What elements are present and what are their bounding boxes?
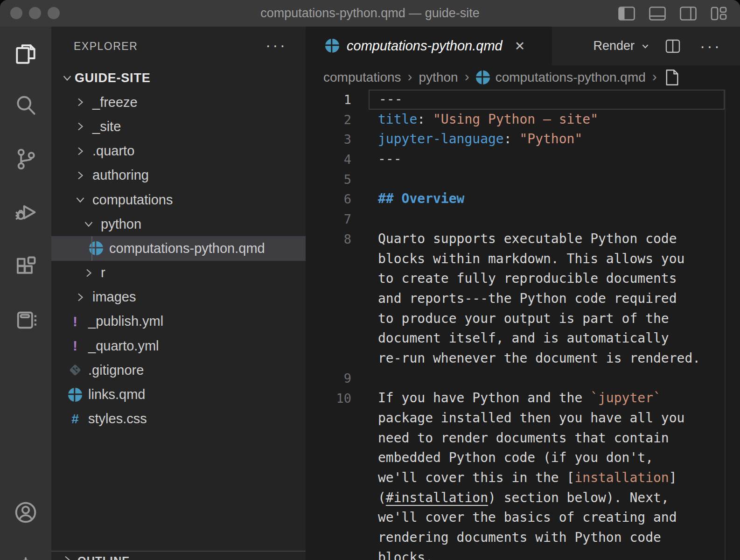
- settings-gear-icon[interactable]: [14, 556, 38, 560]
- code-line-9[interactable]: 9: [306, 369, 740, 389]
- tree-item-styles-css[interactable]: #styles.css: [51, 407, 306, 431]
- symbol-file-icon: [663, 69, 680, 86]
- account-icon[interactable]: [14, 500, 38, 525]
- tree-item-python[interactable]: python: [51, 212, 306, 236]
- tree-item-links-qmd[interactable]: links.qmd: [51, 382, 306, 406]
- code-line-wrap[interactable]: to create fully reproducible documents: [306, 269, 740, 289]
- code-line-2[interactable]: 2title: "Using Python – site": [306, 110, 740, 130]
- tree-item--gitignore[interactable]: .gitignore: [51, 358, 306, 382]
- split-editor-icon[interactable]: [664, 38, 681, 55]
- chevron-right-icon: [62, 554, 73, 560]
- toggle-panel-icon[interactable]: [649, 6, 666, 21]
- breadcrumb-python[interactable]: python: [419, 70, 458, 85]
- code-line-wrap[interactable]: and reports---the Python code required: [306, 289, 740, 309]
- code-line-wrap[interactable]: rendering documents with Python code: [306, 528, 740, 548]
- code-line-10[interactable]: 10If you have Python and the `jupyter`: [306, 388, 740, 408]
- line-number: 9: [306, 371, 351, 385]
- tab-computations-python[interactable]: computations-python.qmd ✕: [306, 27, 552, 65]
- code-line-content: we'll cover the basics of creating and: [369, 508, 725, 528]
- editor-ruler-line: [725, 90, 726, 560]
- code-line-wrap[interactable]: we'll cover this in the [installation]: [306, 468, 740, 488]
- code-line-6[interactable]: 6## Overview: [306, 189, 740, 209]
- code-line-content: [369, 369, 725, 389]
- code-line-wrap[interactable]: need to render documents that contain: [306, 428, 740, 448]
- code-line-content: re-run whenever the document is rendered…: [369, 349, 725, 369]
- git-file-icon: [68, 363, 83, 378]
- code-line-wrap[interactable]: we'll cover the basics of creating and: [306, 508, 740, 528]
- code-line-wrap[interactable]: to produce your output is part of the: [306, 309, 740, 329]
- code-line-content: and reports---the Python code required: [369, 289, 725, 309]
- extensions-icon[interactable]: [14, 254, 38, 279]
- chevron-right-icon: [75, 97, 86, 108]
- yaml-file-icon: !: [68, 338, 83, 353]
- tree-item-label: styles.css: [88, 411, 147, 427]
- line-number: 5: [306, 172, 351, 187]
- render-button[interactable]: Render: [593, 39, 650, 53]
- tree-item-label: python: [101, 217, 141, 232]
- code-line-wrap[interactable]: (#installation) section below). Next,: [306, 488, 740, 508]
- editor-group: computations-python.qmd ✕ Render ··· com…: [306, 27, 740, 560]
- editor-more-actions-icon[interactable]: ···: [700, 37, 721, 55]
- code-line-wrap[interactable]: blocks.: [306, 548, 740, 560]
- tab-label: computations-python.qmd: [347, 38, 503, 54]
- tree-item-label: authoring: [92, 168, 149, 183]
- close-tab-icon[interactable]: ✕: [515, 39, 525, 54]
- toggle-primary-sidebar-icon[interactable]: [618, 6, 635, 21]
- outline-section[interactable]: OUTLINE: [51, 551, 306, 560]
- tree-item--quarto-yml[interactable]: !_quarto.yml: [51, 334, 306, 358]
- tree-item-authoring[interactable]: authoring: [51, 163, 306, 188]
- code-line-wrap[interactable]: embedded Python code (if you don't,: [306, 448, 740, 468]
- line-number: 6: [306, 192, 351, 206]
- tree-item--publish-yml[interactable]: !_publish.yml: [51, 309, 306, 334]
- tree-item-images[interactable]: images: [51, 285, 306, 309]
- code-line-8[interactable]: 8Quarto supports executable Python code: [306, 229, 740, 249]
- tree-item-label: .quarto: [92, 143, 134, 159]
- line-number: 8: [306, 232, 351, 246]
- notebook-icon[interactable]: [14, 308, 38, 332]
- quarto-file-icon: [89, 241, 104, 256]
- code-line-5[interactable]: 5: [306, 169, 740, 189]
- tree-item--site[interactable]: _site: [51, 114, 306, 139]
- code-line-wrap[interactable]: package installed then you have all you: [306, 408, 740, 428]
- code-line-3[interactable]: 3jupyter-language: "Python": [306, 129, 740, 149]
- code-line-content: ---: [369, 149, 725, 169]
- line-number: 3: [306, 132, 351, 147]
- tree-item--quarto[interactable]: .quarto: [51, 139, 306, 163]
- outline-label: OUTLINE: [77, 554, 130, 560]
- tree-item-computations[interactable]: computations: [51, 188, 306, 212]
- code-line-wrap[interactable]: re-run whenever the document is rendered…: [306, 349, 740, 369]
- code-line-content: document itself, and is automatically: [369, 329, 725, 349]
- line-number: 1: [306, 92, 351, 107]
- code-line-content: blocks within markdown. This allows you: [369, 249, 725, 269]
- code-line-content: jupyter-language: "Python": [369, 129, 725, 149]
- code-line-content: package installed then you have all you: [369, 408, 725, 428]
- source-control-icon[interactable]: [14, 147, 38, 171]
- code-line-content: to create fully reproducible documents: [369, 269, 725, 289]
- search-icon[interactable]: [14, 93, 38, 118]
- code-line-wrap[interactable]: document itself, and is automatically: [306, 329, 740, 349]
- explorer-more-actions-icon[interactable]: ···: [265, 36, 287, 54]
- customize-layout-icon[interactable]: [710, 6, 728, 21]
- quarto-file-icon: [68, 387, 83, 402]
- explorer-icon[interactable]: [14, 42, 38, 66]
- tree-item-label: .gitignore: [88, 363, 144, 378]
- tree-item-computations-python-qmd[interactable]: computations-python.qmd: [51, 236, 306, 260]
- run-debug-icon[interactable]: [14, 200, 38, 224]
- code-editor[interactable]: 1---2title: "Using Python – site"3jupyte…: [306, 90, 740, 560]
- anchor-link[interactable]: #installation: [386, 490, 488, 505]
- toggle-secondary-sidebar-icon[interactable]: [679, 6, 697, 21]
- quarto-file-icon: [476, 70, 490, 84]
- code-line-1[interactable]: 1---: [306, 90, 740, 110]
- code-line-content: rendering documents with Python code: [369, 528, 725, 548]
- breadcrumb-file[interactable]: computations-python.qmd: [496, 70, 646, 85]
- breadcrumb-computations[interactable]: computations: [323, 70, 401, 85]
- code-line-wrap[interactable]: blocks within markdown. This allows you: [306, 249, 740, 269]
- code-line-content: to produce your output is part of the: [369, 309, 725, 329]
- chevron-right-icon: [75, 170, 86, 181]
- tree-item-r[interactable]: r: [51, 261, 306, 285]
- code-line-7[interactable]: 7: [306, 209, 740, 229]
- render-label: Render: [593, 39, 635, 53]
- tree-item--freeze[interactable]: _freeze: [51, 90, 306, 114]
- code-line-4[interactable]: 4---: [306, 149, 740, 169]
- tree-root-guide-site[interactable]: GUIDE-SITE: [51, 66, 306, 90]
